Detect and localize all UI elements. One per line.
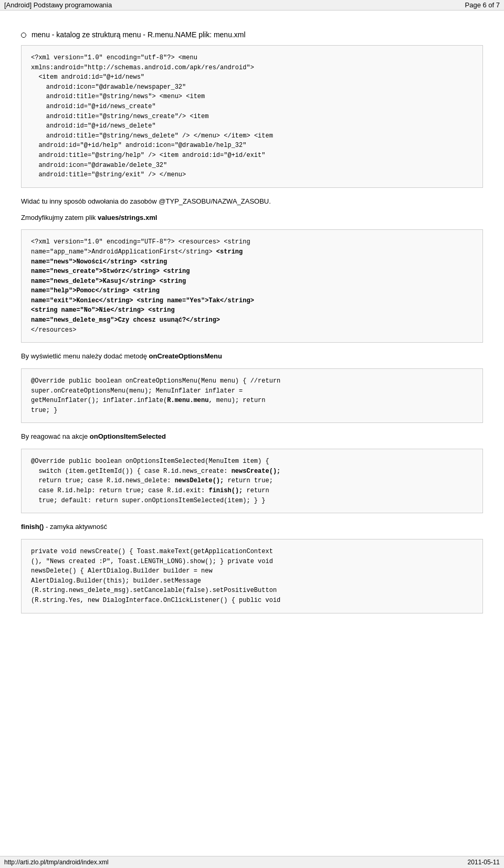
- code-block-1: <?xml version="1.0" encoding="utf-8"?> <…: [21, 45, 483, 188]
- code-block-3: @Override public boolean onCreateOptions…: [21, 368, 483, 423]
- para-2: By wyświetlić menu należy dodać metodę o…: [21, 351, 483, 362]
- code-block-5: private void newsCreate() { Toast.makeTe…: [21, 539, 483, 613]
- main-content: menu - katalog ze strukturą menu - R.men…: [0, 10, 504, 643]
- section-menu-heading: menu - katalog ze strukturą menu - R.men…: [21, 30, 483, 39]
- para-3: By reagować na akcje onOptionsItemSelect…: [21, 431, 483, 442]
- code-block-4: @Override public boolean onOptionsItemSe…: [21, 449, 483, 513]
- footer-date: 2011-05-11: [468, 859, 500, 866]
- menu-heading-text: menu - katalog ze strukturą menu - R.men…: [32, 30, 246, 39]
- bullet-icon: [21, 33, 26, 38]
- footer-url: http://arti.zlo.pl/tmp/android/index.xml: [4, 859, 109, 866]
- code-block-2: <?xml version="1.0" encoding="UTF-8"?> <…: [21, 229, 483, 343]
- footer-bar: http://arti.zlo.pl/tmp/android/index.xml…: [0, 856, 504, 868]
- para-1b: Zmodyfikujmy zatem plik values/strings.x…: [21, 213, 483, 224]
- para-1: Widać tu inny sposób odwołania do zasobó…: [21, 196, 483, 207]
- para-4: finish() - zamyka aktywność: [21, 522, 483, 533]
- top-bar: [Android] Podstawy programowania Page 6 …: [0, 0, 504, 10]
- page-number: Page 6 of 7: [465, 1, 500, 9]
- document-title: [Android] Podstawy programowania: [4, 1, 112, 9]
